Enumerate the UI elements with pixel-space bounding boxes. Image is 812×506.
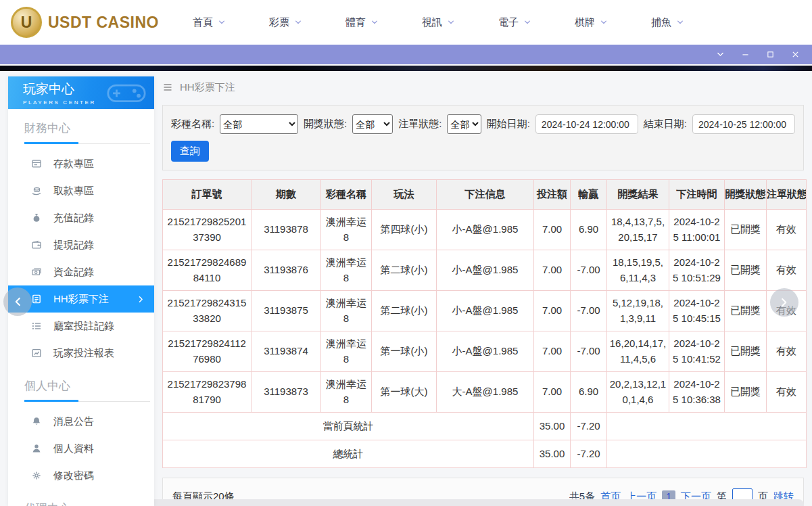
page-title: HH彩票下注 <box>180 81 235 94</box>
sidebar-item-withdrawal-record[interactable]: 提現記錄 <box>8 231 154 258</box>
table-row[interactable]: 215217298237988179031193873澳洲幸运8第一球(大)大-… <box>163 372 807 413</box>
table-cell: 已開獎 <box>725 210 767 250</box>
filter-row: 彩種名稱: 全部 開獎狀態: 全部 注單狀態: 全部 開始日期: 結束日期: <box>171 114 795 134</box>
logo[interactable]: U USDT CASINO <box>11 7 163 38</box>
logo-icon: U <box>11 7 42 38</box>
table-row[interactable]: 215217298241127698031193874澳洲幸运8第一球(小)小-… <box>163 331 807 372</box>
table-cell: 2152172982379881790 <box>163 372 252 413</box>
lottery-name-select[interactable]: 全部 <box>220 114 298 134</box>
table-cell: 31193873 <box>252 372 321 413</box>
sidebar-item-funds-record[interactable]: 資金記錄 <box>8 258 154 285</box>
summary-win-loss: -7.20 <box>571 413 607 440</box>
window-dropdown-button[interactable] <box>708 45 733 64</box>
table-row[interactable]: 215217298246898411031193876澳洲幸运8第二球(小)小-… <box>163 250 807 291</box>
table-cell: 澳洲幸运8 <box>321 250 372 291</box>
sidebar-item-player-bet-report[interactable]: 玩家投注報表 <box>8 340 154 367</box>
end-date-label: 結束日期: <box>644 118 687 131</box>
chevron-down-icon <box>600 18 608 26</box>
sidebar-item-announcements[interactable]: 消息公告 <box>8 408 154 435</box>
table-cell: 2152172982431533820 <box>163 291 252 331</box>
gear-icon <box>31 470 42 481</box>
table-cell: 7.00 <box>534 331 571 372</box>
app-header: U USDT CASINO 首頁彩票體育視訊電子棋牌捕魚 <box>0 0 812 45</box>
chevron-down-icon <box>371 18 379 26</box>
table-cell: 小-A盤@1.985 <box>437 291 534 331</box>
table-cell: 澳洲幸运8 <box>321 372 372 413</box>
table-cell: 2024-10-25 11:00:01 <box>669 210 725 250</box>
chevron-down-icon <box>716 50 725 59</box>
column-header: 下注時間 <box>669 180 725 210</box>
summary-label: 當前頁統計 <box>163 413 534 440</box>
sidebar-item-label: 存款專區 <box>53 158 94 170</box>
sidebar-item-room-bet-record[interactable]: 廳室投註記錄 <box>8 313 154 340</box>
sidebar-header: 玩家中心 PLAYERS CENTER <box>8 76 154 109</box>
funds-icon <box>31 267 42 277</box>
sidebar-item-profile[interactable]: 個人資料 <box>8 435 154 462</box>
nav-item-fishing[interactable]: 捕魚 <box>651 16 684 29</box>
sidebar-item-label: 提現記錄 <box>53 239 94 252</box>
table-cell: 第一球(小) <box>372 331 437 372</box>
table-cell: 7.00 <box>534 291 571 331</box>
table-cell: 第四球(小) <box>372 210 437 250</box>
column-header: 開獎結果 <box>607 180 669 210</box>
table-cell: 小-A盤@1.985 <box>437 210 534 250</box>
nav-item-cards[interactable]: 棋牌 <box>575 16 608 29</box>
order-status-select[interactable]: 全部 <box>447 114 481 134</box>
table-cell: 澳洲幸运8 <box>321 331 372 372</box>
table-cell: 有效 <box>767 250 807 291</box>
sidebar-collapse-button[interactable] <box>3 288 32 316</box>
nav-item-lottery[interactable]: 彩票 <box>269 16 302 29</box>
sidebar-item-label: 充值記錄 <box>53 212 94 225</box>
window-maximize-button[interactable] <box>758 45 783 64</box>
summary-bet-total: 35.00 <box>534 440 571 468</box>
sidebar-item-withdraw[interactable]: 取款專區 <box>8 177 154 204</box>
nav-item-home[interactable]: 首頁 <box>193 16 226 29</box>
table-row[interactable]: 215217298243153382031193875澳洲幸运8第二球(小)小-… <box>163 291 807 331</box>
logo-mark-letter: U <box>21 14 32 32</box>
chevron-down-icon <box>294 18 302 26</box>
sidebar-section-title: 個人中心 <box>8 367 154 400</box>
sidebar-item-label: HH彩票下注 <box>53 293 109 306</box>
nav-item-video[interactable]: 視訊 <box>422 16 455 29</box>
sidebar-item-deposit[interactable]: 存款專區 <box>8 150 154 177</box>
end-date-input[interactable] <box>692 114 795 134</box>
section-divider <box>24 142 150 144</box>
recharge-icon <box>31 212 42 223</box>
menu-icon[interactable] <box>162 82 173 93</box>
table-cell: 小-A盤@1.985 <box>437 250 534 291</box>
sidebar-item-label: 取款專區 <box>53 185 94 198</box>
nav-item-label: 電子 <box>498 16 519 29</box>
start-date-input[interactable] <box>535 114 638 134</box>
summary-bet-total: 35.00 <box>534 413 571 440</box>
table-cell: 大-A盤@1.985 <box>437 372 534 413</box>
table-cell: 18,4,13,7,5,20,15,17 <box>607 210 669 250</box>
table-cell: 2024-10-25 10:45:15 <box>669 291 725 331</box>
sidebar-item-label: 玩家投注報表 <box>53 347 114 360</box>
section-divider <box>24 400 150 402</box>
nav-item-sports[interactable]: 體育 <box>345 16 379 29</box>
sidebar-item-label: 廳室投註記錄 <box>53 320 114 333</box>
deposit-icon <box>31 158 42 169</box>
bell-icon <box>31 416 42 427</box>
search-button[interactable]: 查詢 <box>171 141 209 162</box>
table-cell: 31193878 <box>252 210 321 250</box>
table-cell: 7.00 <box>534 210 571 250</box>
table-row[interactable]: 215217298252013739031193878澳洲幸运8第四球(小)小-… <box>163 210 807 250</box>
nav-item-slots[interactable]: 電子 <box>498 16 531 29</box>
panel-expand-button[interactable] <box>770 288 798 317</box>
sidebar-item-recharge-record[interactable]: 充值記錄 <box>8 204 154 231</box>
main-nav: 首頁彩票體育視訊電子棋牌捕魚 <box>193 16 684 29</box>
room-icon <box>31 321 42 331</box>
minimize-icon <box>741 50 750 59</box>
window-minimize-button[interactable] <box>733 45 758 64</box>
breadcrumb: HH彩票下注 <box>162 81 804 93</box>
draw-status-select[interactable]: 全部 <box>352 114 393 134</box>
column-header: 注單狀態 <box>767 180 807 210</box>
sidebar-item-change-password[interactable]: 修改密碼 <box>8 462 154 489</box>
sidebar-item-label: 個人資料 <box>53 442 94 455</box>
window-close-button[interactable] <box>783 45 808 64</box>
column-header: 下注信息 <box>437 180 534 210</box>
table-cell: 已開獎 <box>725 372 767 413</box>
draw-status-label: 開獎狀態: <box>304 118 347 131</box>
titlebar <box>0 45 812 64</box>
